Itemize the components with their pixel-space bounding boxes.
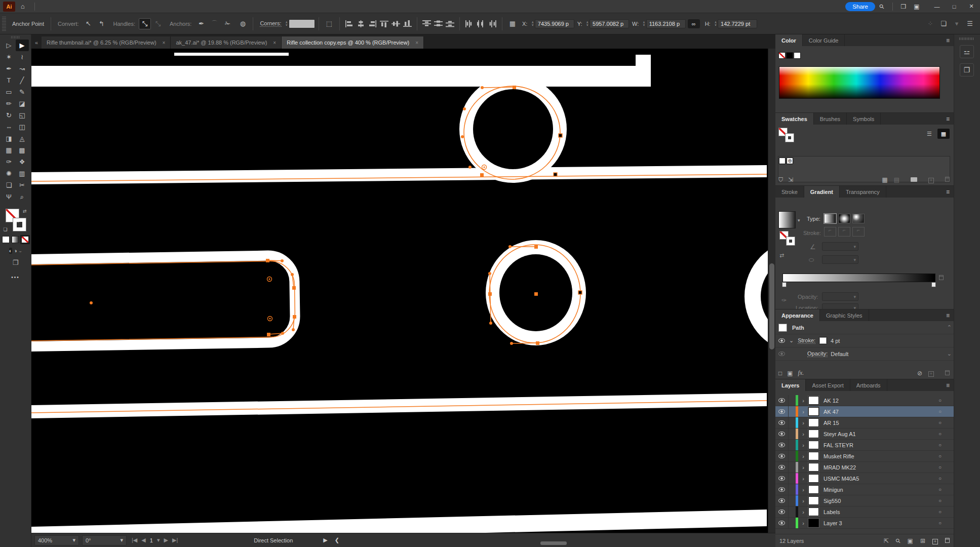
change-screen-mode-icon[interactable]: ❐ (13, 259, 19, 266)
tool-magic-wand[interactable]: ✶ (3, 51, 16, 63)
layer-thumbnail[interactable] (808, 496, 819, 505)
delete-stop-icon[interactable] (939, 275, 944, 282)
target-circle-icon[interactable]: ○ (938, 398, 954, 403)
none-swatch[interactable] (779, 158, 786, 164)
visibility-eye-icon[interactable] (775, 440, 789, 450)
convert-to-smooth-icon[interactable]: ↰ (96, 18, 108, 29)
panel-menu-icon[interactable]: ≡ (942, 379, 954, 391)
visibility-eye-icon[interactable] (775, 451, 789, 461)
add-effect-icon[interactable]: fx. (798, 369, 804, 377)
stroke-within-button[interactable]: ⌐ (824, 227, 836, 237)
angle-select[interactable]: ▾ (822, 242, 858, 251)
chevron-down-icon[interactable]: ▾ (951, 18, 963, 29)
gradient-slider[interactable] (782, 274, 935, 282)
expand-chevron-icon[interactable]: › (798, 420, 808, 426)
collect-for-export-icon[interactable]: ⇱ (884, 537, 889, 544)
layer-name[interactable]: Steyr Aug A1 (824, 431, 938, 437)
align-center-horizontal-icon[interactable] (357, 20, 365, 27)
locate-object-icon[interactable]: ⚲ (894, 536, 902, 544)
distribute-left-icon[interactable] (465, 20, 474, 27)
layer-name[interactable]: Labels (824, 509, 938, 515)
layer-name[interactable]: AK 12 (824, 398, 938, 404)
scroll-down-icon[interactable]: ⌄ (947, 350, 952, 357)
layer-thumbnail[interactable] (808, 452, 819, 460)
vertical-scrollbar[interactable] (768, 49, 775, 533)
location-select[interactable]: ▾ (822, 303, 858, 309)
tool-gradient[interactable]: ▩ (16, 144, 29, 156)
clear-appearance-icon[interactable]: ⊘ (917, 370, 922, 377)
tool-width[interactable]: ⇔ (3, 121, 16, 133)
target-circle-icon[interactable]: ○ (938, 409, 954, 414)
x-stepper[interactable]: ∧∨ (531, 21, 533, 26)
scroll-up-icon[interactable]: ⌃ (947, 324, 952, 331)
align-bottom-icon[interactable] (403, 20, 412, 27)
grid-view-icon[interactable]: ▦ (937, 129, 950, 139)
panel-tab-appearance[interactable]: Appearance (775, 309, 820, 321)
select-similar-icon[interactable]: ⬚ (323, 18, 335, 29)
panel-tab-artboards[interactable]: Artboards (850, 379, 887, 391)
visibility-eye-icon[interactable] (775, 395, 789, 406)
panel-menu-icon[interactable]: ≡ (942, 309, 954, 321)
layer-row-minigun[interactable]: › Minigun ○ (775, 484, 954, 495)
w-input[interactable]: 1163.2108 p (646, 19, 686, 28)
constrain-proportions-icon[interactable]: ∞ (688, 19, 700, 28)
visibility-eye-icon[interactable] (775, 495, 789, 506)
collapse-tabs-icon[interactable]: « (31, 40, 42, 46)
show-handles-icon[interactable]: ⤡ (139, 18, 151, 29)
target-circle-icon[interactable]: ○ (938, 431, 954, 437)
tool-slice[interactable]: ✂ (16, 179, 29, 191)
h-input[interactable]: 142.7229 pt (718, 19, 757, 28)
next-artboard-icon[interactable]: ▶ (164, 537, 168, 543)
workspace-switcher-icon[interactable]: ❒ (897, 3, 910, 10)
duplicate-item-icon[interactable]: + (928, 370, 934, 377)
add-from-library-icon[interactable]: ⇲ (788, 176, 793, 183)
document-tab-rifle-thumbnail[interactable]: Rifle thumbnail.ai* @ 6.25 % (RGB/Previe… (42, 36, 171, 49)
workspace-grid-icon[interactable]: ⁘ (924, 18, 936, 29)
target-circle-icon[interactable]: ○ (938, 453, 954, 459)
linear-gradient-button[interactable] (824, 214, 836, 223)
black-swatch[interactable] (786, 52, 793, 59)
draw-inside-icon[interactable]: ◒ (19, 248, 22, 254)
align-top-icon[interactable] (380, 20, 388, 27)
layer-thumbnail[interactable] (808, 396, 819, 405)
opacity-label[interactable]: Opacity: (807, 350, 828, 357)
minimize-button[interactable]: — (928, 0, 946, 13)
make-clipping-mask-icon[interactable]: ▣ (908, 537, 913, 544)
layer-name[interactable]: AR 15 (824, 420, 938, 426)
close-button[interactable]: ✕ (963, 0, 980, 13)
canvas-artwork[interactable] (31, 49, 768, 533)
expand-chevron-icon[interactable]: › (798, 509, 808, 515)
aspect-ratio-select[interactable]: ▾ (822, 255, 858, 264)
stroke-label[interactable]: Stroke: (798, 337, 815, 344)
show-kinds-icon[interactable]: ▦ (882, 176, 887, 183)
none-mode-button[interactable] (21, 236, 29, 243)
toolbar-grip[interactable] (11, 36, 20, 38)
layer-name[interactable]: Sig550 (824, 498, 938, 504)
libraries-panel-icon[interactable]: ❐ (960, 63, 974, 76)
tool-rectangle[interactable]: ▭ (3, 86, 16, 98)
layer-row-steyr-aug-a1[interactable]: › Steyr Aug A1 ○ (775, 428, 954, 440)
list-view-icon[interactable]: ☰ (923, 129, 935, 139)
document-tab-rifle-collection[interactable]: Rifle collection copy.eps @ 400 % (RGB/P… (282, 36, 424, 49)
target-circle-icon[interactable]: ○ (938, 442, 954, 448)
layer-thumbnail[interactable] (808, 474, 819, 483)
edit-toolbar-icon[interactable]: ••• (11, 275, 20, 280)
tool-shape-builder[interactable]: ◨ (3, 133, 16, 144)
layer-row-fal-steyr[interactable]: › FAL STEYR ○ (775, 440, 954, 451)
search-icon[interactable]: ⚲ (875, 0, 889, 14)
color-mode-button[interactable] (2, 236, 10, 243)
visibility-eye-icon[interactable] (775, 506, 789, 517)
tool-zoom[interactable]: ⌕ (16, 191, 29, 203)
connect-anchors-icon[interactable]: ⌒ (208, 18, 220, 29)
tool-lasso[interactable]: ≀ (16, 51, 29, 63)
layer-row-labels[interactable]: › Labels ○ (775, 506, 954, 518)
close-tab-icon[interactable]: × (163, 40, 166, 46)
expand-chevron-icon[interactable]: › (798, 464, 808, 471)
layer-row-mrad-mk22[interactable]: › MRAD MK22 ○ (775, 462, 954, 473)
expand-chevron-icon[interactable]: › (798, 442, 808, 448)
layer-name[interactable]: USMC M40A5 (824, 476, 938, 482)
h-stepper[interactable]: ∧∨ (715, 21, 717, 26)
expand-chevron-icon[interactable]: › (798, 398, 808, 404)
tool-eyedropper[interactable]: ✑ (3, 156, 16, 168)
layer-thumbnail[interactable] (808, 519, 819, 527)
